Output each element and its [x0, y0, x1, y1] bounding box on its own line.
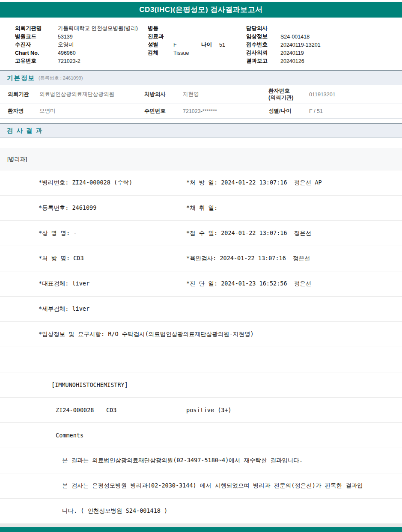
- result-row: *대표검체: liver*진 단 일: 2024-01-23 16:52:56 …: [0, 271, 402, 297]
- result-row-ihc-header: [IMMUNOHISTOCHEMISTRY]: [0, 372, 402, 398]
- field-label: 검사의뢰: [246, 49, 280, 56]
- field-value: 53139: [58, 34, 73, 40]
- results-section-header: 검 사 결 과: [0, 123, 402, 138]
- result-text: [IMMUNOHISTOCHEMISTRY]: [51, 381, 128, 388]
- header-row: 진료과: [148, 33, 246, 41]
- header-row: 병동: [148, 24, 246, 33]
- result-right: *육안검사: 2024-01-22 13:07:16 정은선: [186, 255, 402, 262]
- result-text: Comments: [56, 432, 83, 439]
- header-row: Chart No.496960: [15, 49, 148, 57]
- header-row: 접수번호20240119-13201: [246, 41, 402, 49]
- field-value: F: [173, 42, 201, 48]
- result-text: *임상정보 및 요구사항: R/O 수탁검사(의료법인삼광의료재단삼광의원-지현…: [39, 330, 254, 338]
- field-label: 검체: [148, 49, 173, 56]
- field-value: Tissue: [173, 50, 189, 56]
- result-left: *등록번호: 2461099: [0, 204, 186, 212]
- basic-info-section-title: 기본정보: [7, 74, 35, 82]
- result-right: *처 방 일: 2024-01-22 13:07:16 정은선 AP: [186, 179, 402, 187]
- footer-strip: [0, 524, 402, 527]
- field-label: 결과보고: [246, 57, 280, 65]
- field-label: 성별: [148, 41, 173, 48]
- specimen-number: ZI24-000028: [56, 407, 106, 413]
- result-row-specimen: ZI24-000028 CD3 positive (3+): [0, 398, 402, 423]
- results-section-title: 검 사 결 과: [7, 127, 43, 135]
- footer-bar: [0, 527, 402, 532]
- result-left: *상 병 명: -: [0, 229, 186, 237]
- header-row: 의뢰기관명가톨릭대학교 인천성모병원(병리): [15, 24, 148, 33]
- header-row: 고유번호721023-2: [15, 57, 148, 65]
- field-label: 의뢰기관: [0, 91, 39, 98]
- result-row: *세부검체: liver: [0, 297, 402, 322]
- field-label: 임상정보: [246, 33, 280, 40]
- header-row: 담당의사: [246, 24, 402, 33]
- field-value: 51: [219, 42, 225, 48]
- field-label: 환자명: [0, 107, 39, 115]
- result-row-empty: [0, 347, 402, 372]
- header-row: 결과보고20240126: [246, 57, 402, 65]
- result-row: *병리번호: ZI24-000028 (수탁)*처 방 일: 2024-01-2…: [0, 170, 402, 196]
- report-title-bar: CD3(IHC)(은평성모) 검사결과보고서: [0, 2, 402, 18]
- field-label: 의뢰기관명: [15, 25, 58, 32]
- report-title: CD3(IHC)(은평성모) 검사결과보고서: [139, 5, 263, 15]
- header-row: 수진자오영미: [15, 41, 148, 49]
- field-label: 접수번호: [246, 41, 280, 48]
- field-label: 성별/나이: [268, 108, 309, 115]
- result-row-comment: 본 검사는 은평성모병원 병리과(02-2030-3144) 에서 시행되었으며…: [0, 473, 402, 499]
- field-value: 오영미: [58, 41, 74, 48]
- field-label: 나이: [201, 41, 219, 48]
- stain-name: CD3: [106, 407, 186, 413]
- field-value: S24-001418: [280, 34, 310, 40]
- field-label: 진료과: [148, 33, 173, 40]
- result-row: *상 병 명: -*접 수 일: 2024-01-22 13:07:16 정은선: [0, 221, 402, 246]
- result-left: *병리번호: ZI24-000028 (수탁): [0, 179, 186, 187]
- result-text: 니다. ( 인천성모병원 S24-001418 ): [62, 507, 167, 515]
- field-value: 가톨릭대학교 인천성모병원(병리): [58, 25, 138, 32]
- header-column-visit: 병동 진료과 성별F나이51 검체Tissue: [148, 24, 246, 65]
- report-header: 의뢰기관명가톨릭대학교 인천성모병원(병리) 병원코드53139 수진자오영미 …: [0, 18, 402, 70]
- table-row: 환자명 오영미 주민번호 721023-******* 성별/나이 F / 51: [0, 104, 402, 118]
- department-header: [병리과]: [0, 148, 402, 170]
- report-page: CD3(IHC)(은평성모) 검사결과보고서 의뢰기관명가톨릭대학교 인천성모병…: [0, 0, 402, 532]
- field-value: 의료법인삼광의료재단삼광의원: [39, 91, 144, 98]
- basic-info-table: 의뢰기관 의료법인삼광의료재단삼광의원 처방의사 지현영 환자번호(의뢰기관) …: [0, 85, 402, 119]
- basic-info-registration-no: (등록번호 : 2461099): [39, 75, 83, 81]
- result-row: *등록번호: 2461099*채 취 일:: [0, 196, 402, 221]
- department-label: [병리과]: [7, 155, 27, 163]
- field-label: 수진자: [15, 41, 58, 48]
- field-value: 20240126: [280, 58, 304, 64]
- result-row-comment: 본 결과는 의료법인삼광의료재단삼광의원(02-3497-5180~4)에서 재…: [0, 448, 402, 473]
- result-row-comments-header: Comments: [0, 423, 402, 448]
- field-value: 011913201: [309, 92, 402, 98]
- field-label: 고유번호: [15, 57, 58, 65]
- field-label: 처방의사: [144, 91, 183, 98]
- result-right: *진 단 일: 2024-01-23 16:52:56 정은선: [186, 280, 402, 288]
- result-row-clinical-info: *임상정보 및 요구사항: R/O 수탁검사(의료법인삼광의료재단삼광의원-지현…: [0, 322, 402, 347]
- field-value: F / 51: [309, 108, 402, 114]
- field-label-line1: 환자번호: [268, 88, 290, 94]
- field-label: Chart No.: [15, 50, 58, 56]
- field-value: 20240119-13201: [280, 42, 321, 48]
- header-row: 임상정보S24-001418: [246, 33, 402, 41]
- table-row: 의뢰기관 의료법인삼광의료재단삼광의원 처방의사 지현영 환자번호(의뢰기관) …: [0, 85, 402, 104]
- results-body: *병리번호: ZI24-000028 (수탁)*처 방 일: 2024-01-2…: [0, 170, 402, 524]
- header-row: 병원코드53139: [15, 33, 148, 41]
- result-right: *접 수 일: 2024-01-22 13:07:16 정은선: [186, 229, 402, 237]
- header-row: 성별F나이51: [148, 41, 246, 49]
- basic-info-section-header: 기본정보 (등록번호 : 2461099): [0, 70, 402, 85]
- field-label: 병동: [148, 25, 173, 32]
- header-column-institution: 의뢰기관명가톨릭대학교 인천성모병원(병리) 병원코드53139 수진자오영미 …: [15, 24, 148, 65]
- field-label: 담당의사: [246, 25, 280, 32]
- result-left: *대표검체: liver: [0, 280, 186, 288]
- field-value: 496960: [58, 50, 76, 56]
- header-column-registration: 담당의사 임상정보S24-001418 접수번호20240119-13201 검…: [246, 24, 402, 65]
- field-value: 오영미: [39, 107, 144, 115]
- result-text: 본 결과는 의료법인삼광의료재단삼광의원(02-3497-5180~4)에서 재…: [62, 457, 303, 464]
- field-label: 주민번호: [144, 107, 183, 115]
- field-label: 환자번호(의뢰기관): [268, 88, 309, 101]
- result-row-comment: 니다. ( 인천성모병원 S24-001418 ): [0, 499, 402, 524]
- field-value: 721023-2: [58, 58, 80, 64]
- field-value: 지현영: [183, 91, 268, 98]
- header-row: 검체Tissue: [148, 49, 246, 57]
- field-label: 병원코드: [15, 33, 58, 40]
- field-value: 721023-*******: [183, 108, 268, 114]
